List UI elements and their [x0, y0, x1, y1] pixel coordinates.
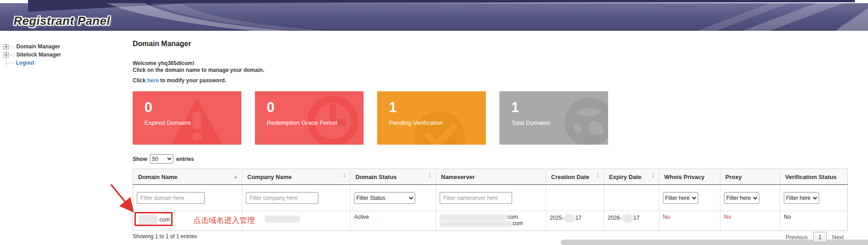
show-entries-prefix: Show	[133, 156, 147, 162]
stat-value: 1	[389, 99, 397, 116]
column-header-proxy[interactable]: Proxy	[720, 169, 780, 185]
globe-icon	[562, 95, 608, 145]
tree-dots-connector	[6, 63, 14, 63]
password-line: Click here to modify your password.	[133, 77, 226, 84]
password-prefix: Click	[133, 77, 147, 84]
sort-asc-icon[interactable]: ▲	[234, 174, 238, 179]
cell-proxy: No	[720, 211, 780, 231]
change-password-link[interactable]: here	[147, 77, 158, 84]
filter-row: Filter Status Filter here Filter here Fi…	[133, 185, 848, 211]
showing-entries-status: Showing 1 to 1 of 1 entries	[133, 233, 197, 240]
column-header-expiry-date[interactable]: Expiry Date▲▼	[604, 169, 659, 185]
stat-label: Expired Domains	[144, 119, 191, 126]
stat-label: Redemption Grace Period	[267, 119, 337, 126]
password-suffix: to modify your password.	[158, 77, 226, 84]
page-number-button[interactable]: 1	[813, 232, 827, 242]
registrant-panel-page: Registrant Panel Domain Manager Sitelock…	[0, 0, 868, 245]
stat-label: Total Domains	[511, 119, 550, 126]
tree-dots-connector	[10, 55, 15, 55]
next-page-button[interactable]: Next	[832, 234, 844, 240]
stat-card-redemption-grace-period[interactable]: 0 Redemption Grace Period	[255, 91, 364, 145]
redacted-company-text	[265, 216, 300, 222]
stat-value: 0	[267, 99, 274, 116]
stat-value: 1	[511, 99, 519, 116]
redacted-nameserver-text	[440, 214, 508, 220]
sidebar-navigation: Domain Manager Sitelock Manager Logout	[4, 42, 126, 67]
sidebar-item-domain-manager[interactable]: Domain Manager	[4, 42, 126, 51]
welcome-line1: Welcome yhq365dlcom!	[133, 60, 264, 67]
column-header-nameserver[interactable]: Nameserver	[436, 169, 546, 185]
red-highlight-box	[134, 212, 173, 226]
plus-expand-icon[interactable]	[4, 52, 9, 57]
filter-company-input[interactable]	[246, 192, 318, 204]
sort-both-icon[interactable]: ▲▼	[428, 173, 432, 178]
sidebar-item-label[interactable]: Domain Manager	[16, 43, 60, 50]
redacted-nameserver-text	[440, 221, 511, 227]
column-header-domain-status[interactable]: Domain Status▲▼	[350, 169, 436, 185]
filter-proxy-select[interactable]: Filter here	[724, 192, 759, 204]
redacted-date-part	[622, 214, 633, 223]
show-entries-suffix: entries	[176, 156, 194, 162]
sort-both-icon[interactable]: ▲▼	[343, 173, 346, 178]
cell-domain-status: Active	[350, 211, 436, 231]
tree-dots-connector	[10, 47, 15, 47]
welcome-line2: Click on the domain name to manage your …	[133, 67, 264, 74]
welcome-text: Welcome yhq365dlcom! Click on the domain…	[133, 60, 264, 74]
plus-expand-icon[interactable]	[4, 44, 9, 49]
sidebar-item-sitelock-manager[interactable]: Sitelock Manager	[4, 51, 126, 59]
filter-status-select[interactable]: Filter Status	[354, 192, 415, 204]
table-header-row: Domain Name▲ Company Name▲▼ Domain Statu…	[133, 169, 848, 185]
cell-company-name	[242, 211, 350, 231]
column-header-whois-privacy[interactable]: Whois Privacy	[659, 169, 720, 185]
stat-value: 0	[144, 99, 152, 116]
cell-nameserver: com .com	[436, 211, 546, 231]
stat-label: Pending Verification	[389, 119, 443, 126]
stat-card-pending-verification[interactable]: 1 Pending Verification	[377, 91, 486, 145]
cell-whois-privacy: No	[659, 211, 720, 231]
sort-both-icon[interactable]: ▲▼	[652, 173, 655, 178]
cell-expiry-date: 2026-17	[604, 211, 659, 231]
column-header-domain-name[interactable]: Domain Name▲	[133, 169, 242, 185]
filter-verification-select[interactable]: Filter here	[784, 192, 819, 204]
filter-domain-input[interactable]	[137, 192, 205, 204]
page-length-select[interactable]: 50	[150, 154, 173, 164]
column-header-company-name[interactable]: Company Name▲▼	[242, 169, 350, 185]
filter-whois-privacy-select[interactable]: Filter here	[663, 192, 698, 204]
redacted-date-part	[564, 214, 575, 223]
logout-link[interactable]: Logout	[16, 60, 34, 66]
sidebar-item-label[interactable]: Sitelock Manager	[16, 52, 61, 58]
sort-both-icon[interactable]: ▲▼	[596, 173, 599, 178]
column-header-verification-status[interactable]: Verification Status	[780, 169, 848, 185]
cell-creation-date: 2025-17	[546, 211, 604, 231]
app-title: Registrant Panel	[14, 14, 110, 28]
header-banner	[0, 3, 868, 31]
page-title: Domain Manager	[133, 40, 191, 48]
stat-card-total-domains[interactable]: 1 Total Domains	[499, 91, 608, 145]
check-circle-icon	[412, 109, 467, 145]
show-entries-control: Show 50 entries	[133, 154, 194, 164]
previous-page-button[interactable]: Previous	[786, 234, 808, 240]
column-header-creation-date[interactable]: Creation Date▲▼	[546, 169, 604, 185]
filter-nameserver-input[interactable]	[440, 192, 512, 204]
sidebar-item-logout[interactable]: Logout	[4, 59, 126, 67]
annotation-text-chinese: 点击域名进入管理	[193, 215, 255, 226]
red-arrow-annotation	[106, 182, 138, 216]
pagination: Previous 1 Next	[786, 232, 844, 242]
cell-verification-status: No	[780, 211, 848, 231]
stat-card-expired-domains[interactable]: 0 Expired Domains	[133, 91, 241, 145]
